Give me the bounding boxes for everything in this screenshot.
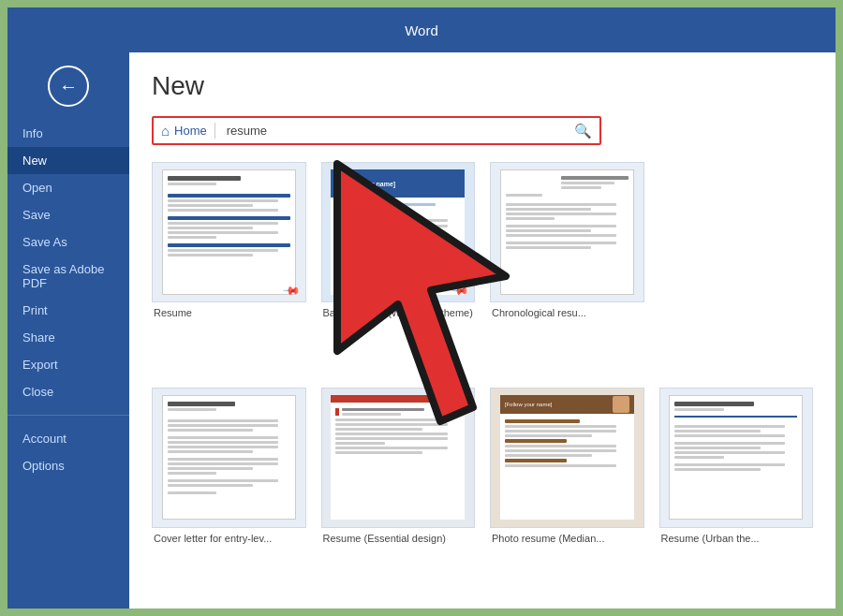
app-window: Word ← Info New Open [7, 7, 836, 609]
sidebar-item-save[interactable]: Save [7, 201, 129, 228]
content-area: New ⌂ Home 🔍 [129, 52, 836, 609]
template-thumb-chron[interactable] [490, 162, 644, 302]
sidebar-item-new[interactable]: New [7, 147, 129, 174]
templates-grid: 📌 Resume K[Type your name] [152, 162, 813, 609]
back-icon: ← [59, 76, 78, 97]
template-thumb-urban[interactable] [659, 388, 814, 528]
top-bar: Word [7, 7, 836, 52]
template-essential[interactable]: Resume (Essential design) [321, 388, 476, 598]
template-thumb-photo[interactable]: [Follow your name] [490, 388, 644, 528]
template-label-cover: Cover letter for entry-lev... [152, 528, 306, 546]
sidebar-item-print[interactable]: Print [7, 297, 129, 324]
template-thumb-resume[interactable]: 📌 [152, 162, 306, 302]
search-icon: 🔍 [574, 123, 592, 139]
sidebar-item-export[interactable]: Export [7, 351, 129, 378]
template-urban[interactable]: Resume (Urban the... [659, 388, 814, 598]
template-label-resume: Resume [152, 302, 306, 320]
sidebar-item-account[interactable]: Account [7, 425, 129, 452]
content-inner: New ⌂ Home 🔍 [129, 52, 836, 609]
main-area: ← Info New Open Save S [7, 52, 836, 609]
home-label: Home [174, 124, 207, 138]
template-resume[interactable]: 📌 Resume [152, 162, 306, 373]
template-thumb-basic[interactable]: K[Type your name] [321, 162, 476, 302]
sidebar-item-close[interactable]: Close [7, 378, 129, 405]
search-button[interactable]: 🔍 [574, 123, 592, 139]
sidebar-nav: Info New Open Save Save As Sav [7, 116, 129, 609]
template-label-basic: Basic resume (Waveform theme) [321, 302, 476, 320]
search-input[interactable] [223, 122, 567, 139]
sidebar-item-save-as[interactable]: Save As [7, 228, 129, 256]
template-basic-resume[interactable]: K[Type your name] [321, 162, 476, 373]
sidebar-item-options[interactable]: Options [7, 452, 129, 479]
template-photo[interactable]: [Follow your name] [490, 388, 644, 598]
app-frame: Word ← Info New Open [0, 0, 843, 616]
search-bar-container: ⌂ Home 🔍 [152, 116, 601, 145]
app-title: Word [405, 22, 438, 38]
home-icon: ⌂ [161, 123, 170, 139]
template-label-essential: Resume (Essential design) [321, 528, 476, 546]
template-label-urban: Resume (Urban the... [659, 528, 814, 546]
template-label-photo: Photo resume (Median... [490, 528, 644, 546]
home-button[interactable]: ⌂ Home [161, 123, 215, 139]
template-label-chron: Chronological resu... [490, 302, 644, 320]
sidebar-divider [7, 415, 129, 416]
back-button[interactable]: ← [48, 66, 89, 107]
sidebar-item-save-adobe[interactable]: Save as Adobe PDF [7, 256, 129, 297]
sidebar: ← Info New Open Save S [7, 52, 129, 609]
template-thumb-cover[interactable] [152, 388, 306, 528]
template-cover-letter[interactable]: Cover letter for entry-lev... [152, 388, 306, 598]
template-chronological[interactable]: Chronological resu... [490, 162, 644, 373]
page-title: New [152, 71, 813, 101]
template-thumb-essential[interactable] [321, 388, 476, 528]
sidebar-item-share[interactable]: Share [7, 324, 129, 351]
sidebar-item-open[interactable]: Open [7, 174, 129, 201]
sidebar-item-info[interactable]: Info [7, 120, 129, 147]
